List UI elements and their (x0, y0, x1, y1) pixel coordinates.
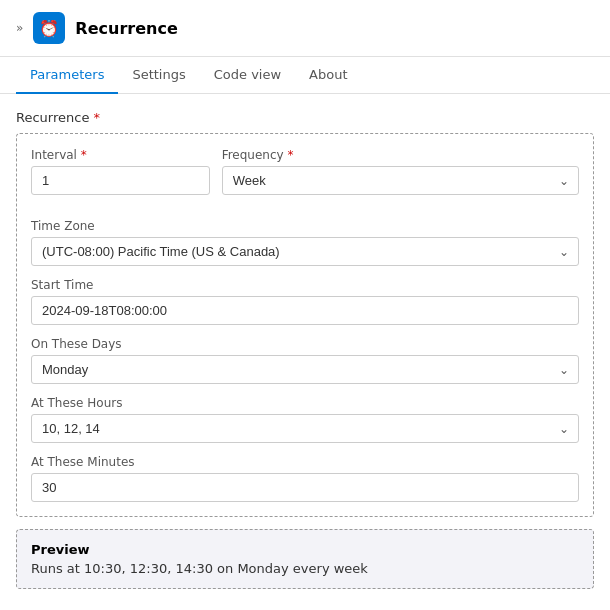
on-these-days-field: On These Days Sunday Monday Tuesday Wedn… (31, 337, 579, 384)
at-these-minutes-input[interactable] (31, 473, 579, 502)
frequency-field: Frequency Second Minute Hour Day Week Mo… (222, 148, 579, 207)
interval-field: Interval (31, 148, 210, 195)
at-these-minutes-label: At These Minutes (31, 455, 579, 469)
at-these-hours-field: At These Hours 10, 12, 14 ⌄ (31, 396, 579, 443)
on-these-days-select-wrapper: Sunday Monday Tuesday Wednesday Thursday… (31, 355, 579, 384)
timezone-select-wrapper: (UTC-08:00) Pacific Time (US & Canada) ⌄ (31, 237, 579, 266)
frequency-label: Frequency (222, 148, 579, 162)
start-time-label: Start Time (31, 278, 579, 292)
start-time-input[interactable] (31, 296, 579, 325)
tab-parameters[interactable]: Parameters (16, 57, 118, 94)
expand-icon[interactable]: » (16, 21, 23, 35)
preview-text: Runs at 10:30, 12:30, 14:30 on Monday ev… (31, 561, 579, 576)
timezone-field: Time Zone (UTC-08:00) Pacific Time (US &… (31, 219, 579, 266)
tab-bar: Parameters Settings Code view About (0, 57, 610, 94)
at-these-hours-select[interactable]: 10, 12, 14 (31, 414, 579, 443)
section-recurrence-label: Recurrence (16, 110, 594, 125)
main-content: Recurrence Interval Frequency Second Min… (0, 94, 610, 605)
preview-title: Preview (31, 542, 579, 557)
at-these-hours-label: At These Hours (31, 396, 579, 410)
timezone-label: Time Zone (31, 219, 579, 233)
app-header: » ⏰ Recurrence (0, 0, 610, 57)
tab-codeview[interactable]: Code view (200, 57, 295, 94)
at-these-minutes-field: At These Minutes (31, 455, 579, 502)
timezone-select[interactable]: (UTC-08:00) Pacific Time (US & Canada) (31, 237, 579, 266)
start-time-field: Start Time (31, 278, 579, 325)
interval-frequency-row: Interval Frequency Second Minute Hour Da… (31, 148, 579, 207)
recurrence-icon: ⏰ (33, 12, 65, 44)
on-these-days-label: On These Days (31, 337, 579, 351)
interval-input[interactable] (31, 166, 210, 195)
recurrence-fields-box: Interval Frequency Second Minute Hour Da… (16, 133, 594, 517)
tab-settings[interactable]: Settings (118, 57, 199, 94)
on-these-days-select[interactable]: Sunday Monday Tuesday Wednesday Thursday… (31, 355, 579, 384)
preview-box: Preview Runs at 10:30, 12:30, 14:30 on M… (16, 529, 594, 589)
tab-about[interactable]: About (295, 57, 361, 94)
clock-icon: ⏰ (39, 19, 59, 38)
interval-label: Interval (31, 148, 210, 162)
frequency-select-wrapper: Second Minute Hour Day Week Month ⌄ (222, 166, 579, 195)
frequency-select[interactable]: Second Minute Hour Day Week Month (222, 166, 579, 195)
at-these-hours-select-wrapper: 10, 12, 14 ⌄ (31, 414, 579, 443)
page-title: Recurrence (75, 19, 177, 38)
